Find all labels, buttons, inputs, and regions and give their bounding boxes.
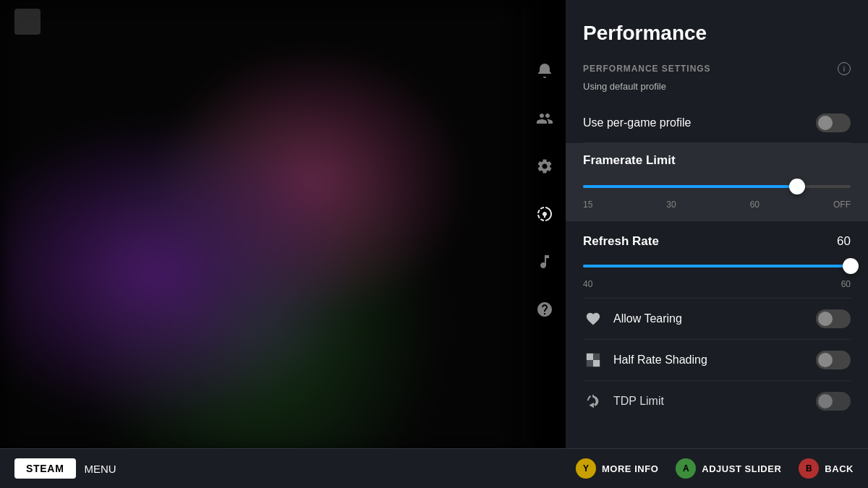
per-game-profile-label: Use per-game profile (583, 116, 691, 129)
adjust-slider-action[interactable]: A ADJUST SLIDER (676, 458, 781, 479)
framerate-slider-fill (583, 185, 797, 188)
settings-panel: Performance PERFORMANCE SETTINGS i Using… (566, 0, 868, 455)
left-overlay (0, 0, 521, 455)
top-bar (0, 0, 521, 43)
y-button[interactable]: Y (576, 458, 596, 479)
bottom-actions: Y MORE INFO A ADJUST SLIDER B BACK (576, 458, 854, 479)
framerate-slider-container (583, 176, 851, 197)
performance-icon[interactable] (532, 201, 558, 227)
refresh-rate-max-label: 60 (841, 279, 851, 289)
half-rate-shading-label: Half Rate Shading (613, 354, 707, 367)
framerate-section: Framerate Limit 15 30 60 OFF (566, 143, 868, 221)
tdp-limit-label: TDP Limit (613, 395, 664, 408)
panel-title: Performance (583, 22, 851, 45)
half-rate-shading-row: Half Rate Shading (583, 340, 851, 381)
half-rate-shading-group: Half Rate Shading (583, 350, 707, 370)
a-button[interactable]: A (676, 458, 696, 479)
top-bar-logo (14, 9, 41, 35)
refresh-rate-value: 60 (837, 234, 851, 249)
friends-icon[interactable] (532, 106, 558, 132)
half-rate-shading-toggle[interactable] (816, 351, 851, 369)
help-icon[interactable] (532, 296, 558, 322)
tdp-limit-row: TDP Limit (583, 381, 851, 421)
refresh-rate-label: Refresh Rate (583, 234, 659, 249)
svg-rect-0 (587, 354, 593, 360)
media-icon[interactable] (532, 249, 558, 275)
bottom-bar: STEAM MENU Y MORE INFO A ADJUST SLIDER B… (0, 448, 868, 488)
settings-icon[interactable] (532, 153, 558, 179)
framerate-max-label: 60 (750, 200, 760, 210)
info-icon[interactable]: i (838, 62, 851, 75)
framerate-label: Framerate Limit (583, 153, 851, 168)
allow-tearing-label: Allow Tearing (613, 312, 682, 325)
framerate-off-label: OFF (833, 200, 851, 210)
framerate-slider-thumb[interactable] (789, 179, 805, 194)
refresh-rate-section: Refresh Rate 60 40 60 (583, 224, 851, 299)
more-info-label: MORE INFO (602, 463, 658, 474)
sidebar (524, 51, 564, 412)
per-game-profile-row: Use per-game profile (583, 103, 851, 143)
section-label: PERFORMANCE SETTINGS (583, 64, 711, 74)
tdp-limit-icon (583, 391, 603, 411)
refresh-rate-slider-container (583, 256, 851, 276)
notifications-icon[interactable] (532, 58, 558, 84)
allow-tearing-row: Allow Tearing (583, 299, 851, 340)
framerate-mid-label: 30 (666, 200, 676, 210)
default-profile-text: Using default profile (583, 81, 851, 92)
svg-rect-3 (593, 360, 600, 367)
allow-tearing-icon (583, 309, 603, 329)
refresh-rate-header: Refresh Rate 60 (583, 234, 851, 249)
tdp-limit-toggle[interactable] (816, 392, 851, 411)
half-rate-shading-toggle-thumb (818, 353, 833, 367)
allow-tearing-group: Allow Tearing (583, 309, 682, 329)
framerate-slider-track (583, 185, 851, 188)
per-game-profile-toggle-thumb (818, 116, 833, 130)
framerate-min-label: 15 (583, 200, 592, 210)
menu-label: MENU (85, 463, 116, 475)
refresh-rate-min-label: 40 (583, 279, 592, 289)
refresh-rate-slider-labels: 40 60 (583, 279, 851, 289)
adjust-slider-label: ADJUST SLIDER (702, 463, 781, 474)
more-info-action[interactable]: Y MORE INFO (576, 458, 658, 479)
back-label: BACK (825, 463, 854, 474)
section-header: PERFORMANCE SETTINGS i (583, 62, 851, 75)
refresh-rate-slider-track (583, 265, 851, 267)
per-game-profile-toggle[interactable] (816, 114, 851, 132)
back-action[interactable]: B BACK (799, 458, 854, 479)
framerate-slider-labels: 15 30 60 OFF (583, 200, 851, 210)
refresh-rate-slider-fill (583, 265, 851, 267)
steam-button[interactable]: STEAM (14, 458, 76, 479)
half-rate-shading-icon (583, 350, 603, 370)
b-button[interactable]: B (799, 458, 819, 479)
refresh-rate-slider-thumb[interactable] (843, 258, 859, 274)
allow-tearing-toggle-thumb (818, 312, 833, 326)
svg-rect-1 (593, 354, 600, 360)
tdp-limit-toggle-thumb (818, 394, 833, 408)
tdp-limit-group: TDP Limit (583, 391, 664, 411)
allow-tearing-toggle[interactable] (816, 309, 851, 328)
svg-rect-2 (587, 360, 593, 367)
